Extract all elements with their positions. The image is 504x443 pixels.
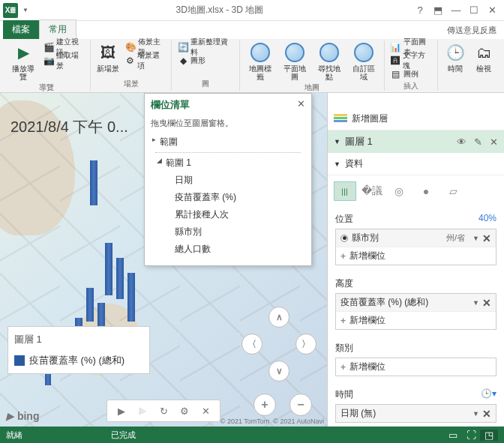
chart-icon: 📊 [391, 42, 401, 52]
field-list-hint: 拖曳欄位至圖層窗格。 [145, 116, 311, 133]
ribbon-group-map: 地圖標籤 平面地圖 尋找地點 自訂區域 地圖 [240, 40, 385, 91]
nav-left-button[interactable]: 〈 [242, 334, 262, 355]
tour-next-icon[interactable]: ⫸ [136, 404, 149, 418]
dropdown-icon[interactable]: ▼ [472, 410, 479, 418]
find-location-button[interactable]: 尋找地點 [314, 40, 345, 82]
field-list-range[interactable]: ▸範圍 [145, 133, 311, 151]
location-confidence[interactable]: 40% [478, 213, 496, 226]
delete-icon[interactable]: ✕ [490, 136, 498, 148]
field-list-title: 欄位清單 [151, 98, 190, 112]
nav-down-button[interactable]: ∨ [268, 361, 290, 382]
main-area: 2021/8/4 下午 0... 圖層 1 疫苗覆蓋率 (%) (總和) ▶ b… [0, 93, 504, 427]
zoom-in-button[interactable]: + [254, 394, 276, 416]
legend-icon: ▤ [391, 69, 401, 79]
chart-type-region[interactable]: ▱ [442, 181, 464, 201]
height-field-row[interactable]: 疫苗覆蓋率 (%) (總和)▼✕ [336, 294, 496, 312]
app-dropdown-icon[interactable]: ▼ [22, 7, 28, 13]
radio-on-icon[interactable] [340, 235, 348, 242]
ribbon-toggle-icon[interactable]: ⬒ [429, 4, 447, 16]
time-button[interactable]: 🕒時間 [442, 40, 468, 74]
field-item[interactable]: 總人口數 [145, 241, 311, 258]
chart-type-clustered-column[interactable]: �議 [361, 181, 383, 201]
ribbon-group-insert: 📊平面圖表 🅰文字方塊 ▤圖例 插入 [385, 40, 438, 91]
custom-regions-button[interactable]: 自訂區域 [348, 40, 380, 82]
chart-type-selector: ⫼ �議 ◎ ● ▱ [328, 175, 504, 207]
nav-pad: ∧ ∨ 〈 〉 [242, 307, 316, 382]
status-ready: 就緒 [6, 430, 111, 441]
visibility-icon[interactable]: 👁 [457, 136, 466, 148]
status-done: 已完成 [111, 430, 444, 441]
tour-loop-icon[interactable]: ↻ [157, 404, 170, 418]
map-canvas[interactable]: 2021/8/4 下午 0... 圖層 1 疫苗覆蓋率 (%) (總和) ▶ b… [0, 93, 327, 427]
legend-title: 圖層 1 [14, 333, 143, 346]
excel-icon: X≣ [3, 3, 18, 18]
layers-icon [334, 114, 347, 124]
status-icon-2[interactable]: ⛶ [462, 430, 480, 441]
refresh-data-button[interactable]: 🔄重新整理資料 [176, 40, 235, 54]
category-label: 類別 [335, 342, 353, 355]
dropdown-icon[interactable]: ▼ [472, 299, 479, 307]
field-item[interactable]: 日期 [145, 172, 311, 189]
add-location-field[interactable]: +新增欄位 [336, 247, 496, 265]
add-category-field[interactable]: +新增欄位 [336, 358, 496, 376]
globe-icon [250, 42, 271, 63]
chart-type-bubble[interactable]: ◎ [388, 181, 410, 201]
ribbon-group-scene: 🖼新場景 🎨佈景主題 ⚙場景選項 場景 [91, 40, 172, 91]
feedback-link[interactable]: 傳送意見反應 [440, 22, 504, 39]
maximize-icon[interactable]: ☐ [465, 4, 483, 16]
nav-right-button[interactable]: 〉 [296, 334, 316, 355]
chart-type-stacked-column[interactable]: ⫼ [334, 181, 356, 201]
field-list-panel: 欄位清單 ✕ 拖曳欄位至圖層窗格。 ▸範圍 ◢範圍 1 日期 疫苗覆蓋率 (%)… [144, 93, 312, 266]
dropdown-icon[interactable]: ▼ [472, 235, 479, 242]
field-list-range1[interactable]: ◢範圍 1 [145, 154, 311, 172]
scene-options-button[interactable]: ⚙場景選項 [124, 54, 166, 67]
legend-swatch [14, 355, 25, 366]
field-item[interactable]: 累計接種人次 [145, 206, 311, 223]
text-box-button[interactable]: 🅰文字方塊 [389, 54, 433, 67]
help-icon[interactable]: ? [411, 4, 429, 16]
time-label: 時間 [335, 388, 353, 401]
chevron-down-icon: ▼ [334, 160, 340, 168]
chevron-down-icon: ◢ [157, 157, 162, 164]
map-labels-button[interactable]: 地圖標籤 [244, 40, 276, 82]
add-height-field[interactable]: +新增欄位 [336, 312, 496, 329]
legend-item: 疫苗覆蓋率 (%) (總和) [14, 354, 143, 367]
time-field-row[interactable]: 日期 (無)▼✕ [336, 405, 496, 422]
layer-name[interactable]: 圖層 1 [345, 135, 449, 148]
tour-settings-icon[interactable]: ⚙ [178, 404, 191, 418]
scene-icon: 🖼 [98, 42, 118, 63]
chevron-down-icon[interactable]: ▼ [334, 138, 340, 145]
chart-type-heatmap[interactable]: ● [415, 181, 437, 201]
remove-icon[interactable]: ✕ [482, 232, 491, 244]
remove-icon[interactable]: ✕ [482, 297, 491, 309]
legend-button[interactable]: ▤圖例 [389, 67, 433, 81]
minimize-icon[interactable]: — [447, 4, 465, 16]
tour-play-icon[interactable]: ▶ [115, 404, 128, 418]
data-tab[interactable]: ▼資料 [328, 153, 504, 175]
remove-icon[interactable]: ✕ [482, 408, 491, 420]
map-legend[interactable]: 圖層 1 疫苗覆蓋率 (%) (總和) [8, 326, 150, 374]
group-label-view [469, 81, 471, 91]
tour-close-icon[interactable]: ✕ [199, 404, 212, 418]
zoom-out-button[interactable]: − [290, 394, 312, 416]
themes-icon: 🎨 [125, 42, 136, 52]
capture-scene-button[interactable]: 📷擷取場景 [42, 54, 86, 67]
field-item[interactable]: 縣市別 [145, 223, 311, 241]
new-scene-button[interactable]: 🖼新場景 [95, 40, 121, 74]
status-icon-1[interactable]: ▭ [444, 430, 462, 441]
flat-map-button[interactable]: 平面地圖 [279, 40, 310, 82]
clock-icon[interactable]: 🕒▾ [481, 388, 496, 401]
view-button[interactable]: 🗂檢視 [471, 40, 496, 74]
add-layer-button[interactable]: 新增圖層 [328, 108, 504, 130]
field-item[interactable]: 疫苗覆蓋率 (%) [145, 189, 311, 206]
plus-icon: + [340, 362, 346, 373]
tab-file[interactable]: 檔案 [3, 20, 39, 39]
nav-up-button[interactable]: ∧ [268, 307, 290, 328]
shapes-button[interactable]: ◆圖形 [176, 54, 235, 67]
status-icon-3[interactable]: ◳ [480, 430, 498, 441]
location-field-row[interactable]: 縣市別州/省▼✕ [336, 229, 496, 247]
edit-icon[interactable]: ✎ [474, 136, 482, 148]
close-icon[interactable]: ✕ [483, 4, 501, 16]
play-tour-button[interactable]: ▶播放導覽 [8, 40, 39, 82]
field-list-close-icon[interactable]: ✕ [297, 98, 305, 112]
